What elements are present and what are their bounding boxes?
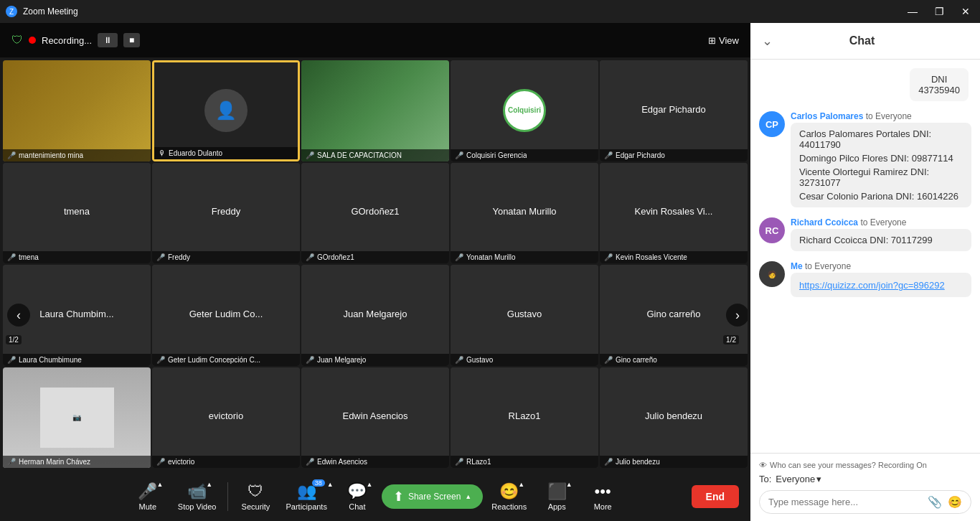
msg-text-m7: https://quizizz.com/join?gc=896292 <box>791 273 971 297</box>
participant-name-p2: Eduardo Dulanto <box>169 149 222 157</box>
maximize-button[interactable]: ❐ <box>930 4 948 19</box>
participant-name-p20: Julio bendezu <box>616 458 660 466</box>
window-controls[interactable]: — ❐ ✕ <box>903 4 974 19</box>
grid-icon: ⊞ <box>708 35 716 46</box>
mic-muted-icon-p7: 🎤 <box>156 253 165 261</box>
apps-label: Apps <box>548 502 566 511</box>
chat-collapse-button[interactable]: ⌄ <box>762 33 773 49</box>
share-screen-icon: ⬆ <box>393 489 404 504</box>
video-cell-p10[interactable]: Kevin Rosales Vi... 🎤 Kevin Rosales Vice… <box>600 163 748 264</box>
participant-name-p12: Geter Ludim Concepción C... <box>168 356 260 364</box>
participants-button[interactable]: 👥 38 ▲ Participants <box>280 479 332 514</box>
reactions-label: Reactions <box>491 502 527 511</box>
mic-muted-icon-p1: 🎤 <box>7 151 16 159</box>
participant-name-p9: Yonatan Murillo <box>466 253 516 261</box>
display-name-p14: Gustavo <box>507 309 542 319</box>
msg-text-m2: Carlos Palomares Portales DNI: 44011790 … <box>791 123 971 207</box>
mic-muted-icon-p10: 🎤 <box>604 253 613 261</box>
display-name-p18: Edwin Asencios <box>342 410 407 421</box>
video-cell-p8[interactable]: GOrdoñez1 🎤 GOrdoñez1 <box>301 163 449 264</box>
recording-controls[interactable]: ⏸ ■ <box>98 33 140 47</box>
display-name-p8: GOrdoñez1 <box>351 206 399 217</box>
video-chevron-icon: ▲ <box>206 481 212 488</box>
emoji-icon[interactable]: 😊 <box>948 495 962 509</box>
video-cell-p11[interactable]: Laura Chumbim... 🎤 Laura Chumbimune ‹ 1/… <box>3 265 151 366</box>
security-label: Security <box>242 502 270 511</box>
participants-icon: 👥 38 ▲ <box>297 482 316 501</box>
chat-to-row: To: Everyone ▾ <box>759 474 971 484</box>
toolbar: 🎤 ▲ Mute 📹 ▲ Stop Video 🛡 Security 👥 <box>0 472 750 521</box>
pause-recording-button[interactable]: ⏸ <box>98 33 118 47</box>
apps-chevron-icon: ▲ <box>566 481 573 488</box>
video-area: 🛡 Recording... ⏸ ■ ⊞ View 🎤 ma <box>0 23 750 521</box>
video-cell-p5[interactable]: Edgar Pichardo 🎤 Edgar Pichardo <box>600 60 748 161</box>
video-cell-p1[interactable]: 🎤 mantenimiento mina <box>3 60 151 161</box>
mic-muted-icon-p12: 🎤 <box>156 356 165 364</box>
chat-to-select[interactable]: Everyone ▾ <box>776 474 821 484</box>
visibility-text: Who can see your messages? Recording On <box>770 461 927 469</box>
stop-recording-button[interactable]: ■ <box>123 33 140 47</box>
reactions-button[interactable]: 😊 ▲ Reactions <box>486 479 532 514</box>
video-cell-p2[interactable]: 👤 🎙 Eduardo Dulanto <box>152 60 300 161</box>
chat-input[interactable] <box>768 497 923 507</box>
stop-video-button[interactable]: 📹 ▲ Stop Video <box>172 479 222 514</box>
participants-label: Participants <box>286 502 326 511</box>
video-cell-p12[interactable]: Geter Ludim Co... 🎤 Geter Ludim Concepci… <box>152 265 300 366</box>
video-cell-p20[interactable]: Julio bendezu 🎤 Julio bendezu <box>600 367 748 469</box>
participant-name-p16: Herman Marin Chávez <box>19 458 90 466</box>
prev-page-button[interactable]: ‹ <box>7 304 30 327</box>
more-icon: ••• <box>595 482 611 501</box>
video-cell-p7[interactable]: Freddy 🎤 Freddy <box>152 163 300 264</box>
msg-content-m6: Richard Ccoicca to Everyone Richard Ccoi… <box>791 217 971 251</box>
video-cell-p19[interactable]: RLazo1 🎤 RLazo1 <box>451 367 598 469</box>
mic-muted-icon-p9: 🎤 <box>455 253 463 261</box>
view-button[interactable]: ⊞ View <box>708 35 739 46</box>
chat-link[interactable]: https://quizizz.com/join?gc=896292 <box>799 280 945 291</box>
chat-chevron-icon: ▲ <box>367 481 373 488</box>
display-name-p13: Juan Melgarejo <box>344 309 407 319</box>
mic-muted-icon-p8: 🎤 <box>306 253 314 261</box>
mute-button[interactable]: 🎤 ▲ Mute <box>126 479 169 514</box>
close-button[interactable]: ✕ <box>957 4 974 19</box>
video-cell-p9[interactable]: Yonatan Murillo 🎤 Yonatan Murillo <box>451 163 598 264</box>
share-screen-button[interactable]: ⬆ Share Screen ▲ <box>382 484 483 509</box>
mic-muted-icon-p13: 🎤 <box>306 356 314 364</box>
reactions-icon: 😊 ▲ <box>499 482 519 501</box>
video-cell-p15[interactable]: Gino carreño 🎤 Gino carreño › 1/2 <box>600 265 748 366</box>
mic-muted-icon-p19: 🎤 <box>455 458 463 466</box>
more-button[interactable]: ••• More <box>581 479 624 514</box>
microphone-icon: 🎤 ▲ <box>138 482 157 501</box>
video-cell-p13[interactable]: Juan Melgarejo 🎤 Juan Melgarejo <box>301 265 449 366</box>
minimize-button[interactable]: — <box>903 4 922 19</box>
video-cell-p6[interactable]: tmena 🎤 tmena <box>3 163 151 264</box>
participant-name-p4: Colquisiri Gerencia <box>466 151 527 159</box>
chat-visibility: 👁 Who can see your messages? Recording O… <box>759 461 971 469</box>
next-page-button[interactable]: › <box>726 304 748 327</box>
attachment-icon[interactable]: 📎 <box>928 495 942 509</box>
to-chevron-icon: ▾ <box>816 474 821 484</box>
display-name-p10: Kevin Rosales Vi... <box>635 206 713 217</box>
video-cell-p17[interactable]: evictorio 🎤 evictorio <box>152 367 300 469</box>
display-name-p7: Freddy <box>212 206 240 217</box>
end-button[interactable]: End <box>692 485 739 508</box>
chat-message-m2: CP Carlos Palomares to Everyone Carlos P… <box>759 111 971 207</box>
mic-muted-icon-p18: 🎤 <box>306 458 314 466</box>
security-button[interactable]: 🛡 Security <box>234 479 277 514</box>
chat-button[interactable]: 💬 ▲ Chat <box>336 479 379 514</box>
apps-button[interactable]: ⬛ ▲ Apps <box>535 479 578 514</box>
page-indicator-left: 1/2 <box>6 335 22 344</box>
sender-to-m7: to Everyone <box>805 261 851 271</box>
video-cell-p3[interactable]: 🎤 SALA DE CAPACITACION <box>301 60 449 161</box>
video-cell-p14[interactable]: Gustavo 🎤 Gustavo <box>451 265 598 366</box>
main-content: 🛡 Recording... ⏸ ■ ⊞ View 🎤 ma <box>0 23 980 521</box>
video-cell-p16[interactable]: 📷 🎤 Herman Marin Chávez <box>3 367 151 469</box>
video-cell-p18[interactable]: Edwin Asencios 🎤 Edwin Asencios <box>301 367 449 469</box>
video-cell-p4[interactable]: Colquisiri 🎤 Colquisiri Gerencia <box>451 60 598 161</box>
to-value: Everyone <box>776 474 815 484</box>
sender-m6: Richard Ccoicca to Everyone <box>791 217 971 227</box>
page-indicator-right: 1/2 <box>723 335 739 344</box>
mic-muted-icon-p17: 🎤 <box>156 458 165 466</box>
mute-chevron-icon: ▲ <box>156 481 163 488</box>
shield-icon: 🛡 <box>11 34 23 47</box>
mic-muted-icon-p15: 🎤 <box>604 356 613 364</box>
